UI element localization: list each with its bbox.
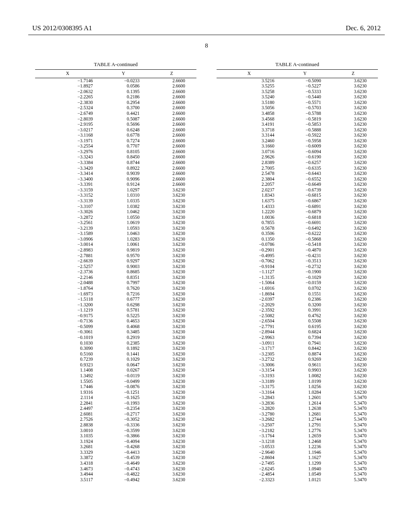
table-cell: −0.4942 bbox=[100, 477, 147, 483]
table-cell: −1.8927 bbox=[35, 83, 100, 89]
table-row: −2.21460.83513.6230 bbox=[35, 275, 196, 281]
table-cell: 2.0237 bbox=[217, 187, 282, 193]
table-cell: 2.5478 bbox=[217, 171, 282, 177]
table-row: 0.93230.06473.6230 bbox=[35, 362, 196, 368]
table-cell: 3.6230 bbox=[147, 286, 196, 291]
table-cell: −3.3026 bbox=[35, 209, 100, 215]
table-cell: 0.3506 bbox=[217, 231, 282, 237]
table-cell: 1.1946 bbox=[282, 450, 328, 455]
table-cell: 3.6230 bbox=[328, 127, 378, 133]
table-cell: 3.3144 bbox=[217, 133, 282, 138]
table-cell: 2.6600 bbox=[147, 177, 196, 182]
table-cell: 1.0462 bbox=[100, 209, 147, 215]
table-cell: −2.2029 bbox=[217, 302, 282, 308]
table-cell: −3.0014 bbox=[35, 242, 100, 247]
table-row: −2.99630.73943.6230 bbox=[217, 335, 378, 341]
table-row: 3.5258−0.53333.6230 bbox=[217, 89, 378, 95]
table-row: 3.5255−0.52273.6230 bbox=[217, 83, 378, 89]
table-cell: 3.6230 bbox=[147, 411, 196, 417]
table-cell: −0.4743 bbox=[100, 466, 147, 472]
table-cell: 3.6230 bbox=[328, 286, 378, 291]
table-cell: 1.6375 bbox=[217, 198, 282, 204]
table-cell: 0.9903 bbox=[282, 368, 328, 373]
table-cell: −0.5227 bbox=[282, 83, 328, 89]
table-row: 2.4497−0.23543.6230 bbox=[35, 406, 196, 411]
table-row: −3.30261.04623.6230 bbox=[35, 209, 196, 215]
table-row: −3.31521.03103.6230 bbox=[35, 193, 196, 198]
table-cell: 0.3700 bbox=[100, 105, 147, 111]
table-row: −3.28201.26385.3470 bbox=[217, 406, 378, 411]
table-cell: 3.6230 bbox=[147, 450, 196, 455]
table-cell: 5.3470 bbox=[328, 433, 378, 439]
table-cell: 5.3470 bbox=[328, 444, 378, 450]
table-cell: 3.6230 bbox=[328, 193, 378, 198]
table-cell: −3.2820 bbox=[217, 406, 282, 411]
page-number: 8 bbox=[28, 42, 385, 49]
table-row: 3.1924−0.40943.6230 bbox=[35, 439, 196, 445]
table-cell: 3.6230 bbox=[147, 472, 196, 477]
table-cell: 2.6600 bbox=[147, 171, 196, 177]
table-cell: 3.6230 bbox=[147, 384, 196, 390]
table-row: −3.17170.84423.6230 bbox=[217, 346, 378, 351]
table-cell: 3.0716 bbox=[217, 149, 282, 155]
table-cell: 2.6600 bbox=[147, 154, 196, 160]
table-row: −3.23050.88743.6230 bbox=[217, 351, 378, 357]
table-cell: 3.6230 bbox=[328, 149, 378, 155]
table-cell: −2.5257 bbox=[35, 264, 100, 270]
table-cell: 3.6230 bbox=[328, 324, 378, 330]
table-cell: 0.7620 bbox=[100, 286, 147, 291]
table-cell: 3.6230 bbox=[147, 379, 196, 384]
table-cell: 0.9096 bbox=[100, 177, 147, 182]
table-cell: 2.6600 bbox=[147, 133, 196, 138]
table-row: −0.71360.46533.6230 bbox=[35, 318, 196, 324]
table-cell: −3.0217 bbox=[35, 127, 100, 133]
table-cell: −0.3866 bbox=[100, 433, 147, 439]
table-cell: 3.6230 bbox=[147, 308, 196, 313]
table-cell: 3.6230 bbox=[147, 258, 196, 264]
table-cell: 1.1627 bbox=[282, 455, 328, 461]
table-cell: −0.5571 bbox=[282, 100, 328, 106]
table-cell: 3.6230 bbox=[147, 187, 196, 193]
table-cell: −3.3159 bbox=[35, 187, 100, 193]
table-row: −0.9104−0.27323.6230 bbox=[217, 264, 378, 270]
table-cell: 3.6230 bbox=[147, 395, 196, 401]
table-cell: 1.0335 bbox=[100, 198, 147, 204]
publication-number: US 2012/0308395 A1 bbox=[32, 24, 92, 32]
table-row: 3.3718−0.58883.6230 bbox=[217, 127, 378, 133]
table-cell: 5.3470 bbox=[328, 472, 378, 477]
table-row: −3.17641.26595.3470 bbox=[217, 433, 378, 439]
table-row: −3.28721.05503.6230 bbox=[35, 215, 196, 220]
table-cell: 2.6600 bbox=[147, 94, 196, 100]
table-cell: 3.6230 bbox=[147, 461, 196, 466]
table-cell: 3.6230 bbox=[147, 422, 196, 428]
table-cell: 5.3470 bbox=[328, 450, 378, 455]
table-cell: 0.0647 bbox=[100, 362, 147, 368]
table-cell: 3.6230 bbox=[328, 329, 378, 335]
table-cell: 2.6600 bbox=[147, 160, 196, 166]
table-row: 3.5117−0.49423.6230 bbox=[35, 477, 196, 483]
col-header-z: Z bbox=[147, 70, 196, 78]
table-cell: 3.6230 bbox=[328, 154, 378, 160]
table-cell: 0.9124 bbox=[100, 182, 147, 187]
table-cell: 3.6230 bbox=[147, 433, 196, 439]
table-cell: −1.7146 bbox=[35, 78, 100, 84]
table-title-right: TABLE A-continued bbox=[217, 61, 378, 68]
table-cell: 0.8685 bbox=[100, 269, 147, 275]
table-cell: −3.2836 bbox=[217, 401, 282, 406]
table-row: −2.04880.79973.6230 bbox=[35, 280, 196, 286]
table-cell: −0.6818 bbox=[282, 215, 328, 220]
table-cell: −3.2561 bbox=[35, 220, 100, 226]
table-cell: 1.2744 bbox=[282, 417, 328, 422]
table-cell: 3.6230 bbox=[328, 318, 378, 324]
table-cell: 1.2776 bbox=[282, 428, 328, 434]
table-cell: −3.1589 bbox=[35, 231, 100, 237]
table-cell: −2.9195 bbox=[35, 122, 100, 127]
table-row: −1.32000.62983.6230 bbox=[35, 302, 196, 308]
table-cell: −0.5418 bbox=[282, 242, 328, 247]
table-row: −3.31071.03823.6230 bbox=[35, 204, 196, 210]
table-cell: −0.3599 bbox=[100, 428, 147, 434]
table-cell: 1.0550 bbox=[100, 215, 147, 220]
table-cell: 3.6230 bbox=[147, 466, 196, 472]
table-cell: 3.6230 bbox=[147, 401, 196, 406]
table-cell: −2.4854 bbox=[217, 472, 282, 477]
